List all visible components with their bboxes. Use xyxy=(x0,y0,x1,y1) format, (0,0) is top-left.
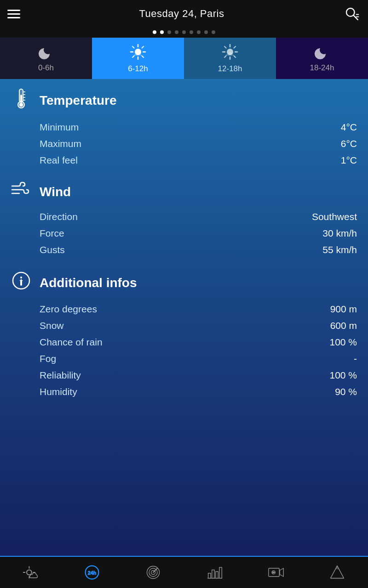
wind-direction-label: Direction xyxy=(40,211,78,222)
svg-point-25 xyxy=(19,103,23,107)
additional-snow-value: 600 m xyxy=(330,320,357,331)
svg-rect-46 xyxy=(212,570,214,578)
additional-section: + Additional infos Zero degrees 900 m Sn… xyxy=(11,271,357,400)
moon-icon-right xyxy=(315,45,329,62)
thermometer-icon xyxy=(11,88,31,113)
svg-point-34 xyxy=(27,570,32,575)
tab-6-12h[interactable]: 6-12h xyxy=(92,38,184,79)
additional-title: Additional infos xyxy=(40,276,137,290)
temperature-realfeel-label: Real feel xyxy=(40,155,78,166)
radar-nav-icon xyxy=(145,564,161,581)
svg-line-18 xyxy=(224,46,226,48)
temperature-minimum-value: 4°C xyxy=(341,122,357,133)
additional-chanceofrain-row: Chance of rain 100 % xyxy=(11,334,357,351)
svg-text:+: + xyxy=(19,277,23,284)
nav-24h[interactable]: 24h xyxy=(61,557,122,588)
svg-rect-24 xyxy=(20,95,22,103)
additional-reliability-row: Reliability 100 % xyxy=(11,367,357,384)
tab-18-24h[interactable]: 18-24h xyxy=(276,38,368,79)
svg-line-11 xyxy=(142,46,144,48)
wind-header: Wind xyxy=(11,181,357,202)
search-icon xyxy=(345,6,359,21)
menu-button[interactable] xyxy=(7,10,20,18)
additional-reliability-label: Reliability xyxy=(40,370,81,381)
additional-humidity-value: 90 % xyxy=(335,386,357,397)
video-nav-icon xyxy=(268,564,284,581)
svg-rect-48 xyxy=(219,567,222,578)
svg-line-12 xyxy=(132,56,134,57)
temperature-maximum-value: 6°C xyxy=(341,138,357,149)
additional-chanceofrain-value: 100 % xyxy=(329,337,357,348)
svg-rect-45 xyxy=(208,573,210,578)
wind-force-label: Force xyxy=(40,228,64,239)
additional-zerodegrees-value: 900 m xyxy=(330,304,357,315)
bottom-nav: 24h xyxy=(0,556,368,588)
wind-force-row: Force 30 km/h xyxy=(11,225,357,242)
nav-chart[interactable] xyxy=(184,557,245,588)
dot-3 xyxy=(167,30,171,34)
additional-fog-label: Fog xyxy=(40,353,56,364)
sun-icon-active xyxy=(130,44,146,62)
nav-video[interactable] xyxy=(245,557,306,588)
nav-weather[interactable] xyxy=(0,557,61,588)
nav-radar[interactable] xyxy=(123,557,184,588)
svg-text:24h: 24h xyxy=(88,570,97,576)
temperature-maximum-label: Maximum xyxy=(40,138,81,149)
tab-12-18h-label: 12-18h xyxy=(218,64,242,74)
additional-fog-value: - xyxy=(354,353,357,364)
weather-nav-icon xyxy=(23,564,39,581)
dot-1 xyxy=(153,30,156,34)
svg-rect-47 xyxy=(215,571,218,578)
svg-line-9 xyxy=(132,46,134,48)
search-button[interactable] xyxy=(343,5,361,23)
temperature-maximum-row: Maximum 6°C xyxy=(11,136,357,152)
tab-6-12h-label: 6-12h xyxy=(128,64,148,74)
dot-6 xyxy=(190,30,193,34)
mountain-nav-icon xyxy=(329,564,345,581)
time-tabs: 0-6h 6-12h xyxy=(0,38,368,79)
info-icon: + xyxy=(11,271,31,294)
svg-line-19 xyxy=(234,56,236,57)
temperature-header: Temperature xyxy=(11,88,357,113)
dot-9 xyxy=(212,30,215,34)
wind-direction-row: Direction Southwest xyxy=(11,209,357,225)
additional-humidity-label: Humidity xyxy=(40,386,77,397)
moon-icon-left xyxy=(39,45,53,62)
temperature-realfeel-value: 1°C xyxy=(341,155,357,166)
nav-mountain[interactable] xyxy=(307,557,368,588)
wind-icon xyxy=(11,181,31,202)
wind-force-value: 30 km/h xyxy=(322,228,357,239)
svg-marker-51 xyxy=(280,568,283,577)
page-indicators xyxy=(0,28,368,38)
dot-8 xyxy=(204,30,208,34)
wind-section: Wind Direction Southwest Force 30 km/h G… xyxy=(11,181,357,258)
svg-line-21 xyxy=(224,56,226,57)
temperature-section: Temperature Minimum 4°C Maximum 6°C Real… xyxy=(11,88,357,169)
wind-gusts-row: Gusts 55 km/h xyxy=(11,242,357,258)
wind-title: Wind xyxy=(40,185,71,199)
tab-0-6h-label: 0-6h xyxy=(38,63,54,73)
tab-12-18h[interactable]: 12-18h xyxy=(184,38,276,79)
dot-7 xyxy=(197,30,201,34)
additional-header: + Additional infos xyxy=(11,271,357,294)
tab-0-6h[interactable]: 0-6h xyxy=(0,38,92,79)
main-content: Temperature Minimum 4°C Maximum 6°C Real… xyxy=(0,79,368,556)
temperature-realfeel-row: Real feel 1°C xyxy=(11,152,357,169)
additional-snow-row: Snow 600 m xyxy=(11,317,357,334)
additional-zerodegrees-row: Zero degrees 900 m xyxy=(11,301,357,317)
chart-nav-icon xyxy=(207,564,223,581)
tab-18-24h-label: 18-24h xyxy=(310,63,334,73)
svg-line-1 xyxy=(353,15,358,20)
wind-gusts-label: Gusts xyxy=(40,244,65,255)
dot-5 xyxy=(182,30,186,34)
additional-humidity-row: Humidity 90 % xyxy=(11,384,357,400)
additional-chanceofrain-label: Chance of rain xyxy=(40,337,103,348)
wind-direction-value: Southwest xyxy=(312,211,357,222)
additional-snow-label: Snow xyxy=(40,320,64,331)
page-title: Tuesday 24, Paris xyxy=(139,8,224,20)
temperature-minimum-label: Minimum xyxy=(40,122,79,133)
svg-line-20 xyxy=(234,46,236,48)
dot-4 xyxy=(175,30,178,34)
wind-gusts-value: 55 km/h xyxy=(322,244,357,255)
dot-2 xyxy=(160,30,164,34)
